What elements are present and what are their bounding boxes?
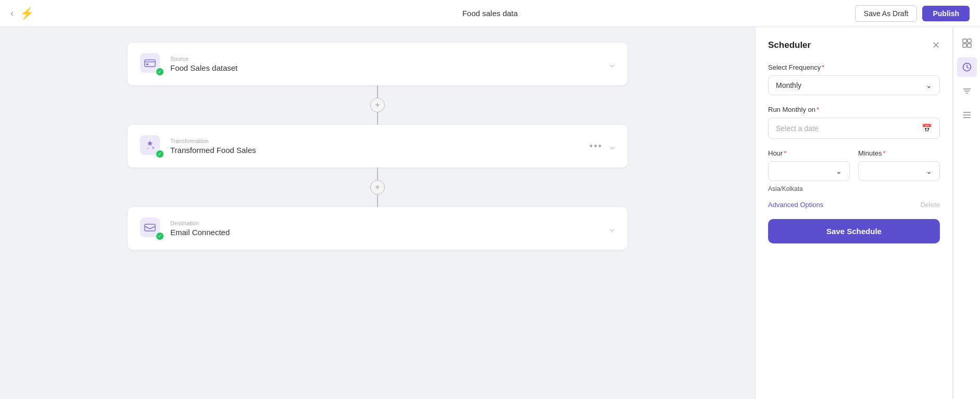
frequency-required: * <box>822 63 824 71</box>
save-draft-button[interactable]: Save As Draft <box>855 5 918 22</box>
destination-icon-wrap: ✓ <box>140 217 162 239</box>
svg-rect-1 <box>146 63 148 65</box>
source-card-name: Food Sales dataset <box>170 63 237 72</box>
connector-1: + <box>128 85 627 125</box>
minutes-chevron-icon: ⌄ <box>926 167 932 175</box>
svg-rect-6 <box>968 39 971 43</box>
transformation-chevron-button[interactable]: ⌵ <box>610 141 615 151</box>
frequency-value: Monthly <box>776 81 801 89</box>
frequency-field: Select Frequency* Monthly ⌄ <box>768 63 940 95</box>
destination-card: ✓ Destination Email Connected ⌵ <box>128 207 627 250</box>
svg-rect-4 <box>145 224 155 231</box>
grid-view-button[interactable] <box>957 33 977 53</box>
frequency-label: Select Frequency* <box>768 63 940 71</box>
scheduler-panel: Scheduler ✕ Select Frequency* Monthly ⌄ … <box>756 27 953 399</box>
connector-line-1 <box>377 85 378 98</box>
hour-required: * <box>784 149 786 157</box>
app-header: ‹ ⚡ Food sales data Save As Draft Publis… <box>0 0 980 27</box>
source-check-badge: ✓ <box>156 68 164 76</box>
destination-card-type: Destination <box>170 220 230 226</box>
header-left: ‹ ⚡ <box>10 7 34 20</box>
hour-dropdown[interactable]: ⌄ <box>768 161 850 181</box>
run-on-label: Run Monthly on* <box>768 106 940 113</box>
frequency-chevron-icon: ⌄ <box>926 81 932 89</box>
timezone-label: Asia/Kolkata <box>768 185 940 192</box>
destination-card-name: Email Connected <box>170 228 230 237</box>
hour-field: Hour* ⌄ <box>768 149 850 181</box>
clock-icon <box>962 62 972 72</box>
minutes-required: * <box>883 149 886 157</box>
minutes-field: Minutes* ⌄ <box>858 149 940 181</box>
transformation-card-info: Transformation Transformed Food Sales <box>170 138 256 155</box>
scheduler-title: Scheduler <box>768 40 811 50</box>
date-placeholder: Select a date <box>776 124 819 133</box>
destination-card-info: Destination Email Connected <box>170 220 230 237</box>
list-button[interactable] <box>957 105 977 125</box>
back-button[interactable]: ‹ <box>10 8 14 19</box>
grid-icon <box>962 38 972 48</box>
run-on-required: * <box>816 106 819 113</box>
connector-line-2b <box>377 195 378 207</box>
connector-2: + <box>128 168 627 207</box>
list-icon <box>962 110 972 120</box>
transformation-dots-button[interactable]: ••• <box>589 141 602 152</box>
svg-rect-7 <box>963 44 966 47</box>
filter-button[interactable] <box>957 81 977 101</box>
source-card-info: Source Food Sales dataset <box>170 56 237 72</box>
publish-button[interactable]: Publish <box>922 6 970 21</box>
source-card-right: ⌵ <box>610 59 615 69</box>
frequency-dropdown[interactable]: Monthly ⌄ <box>768 75 940 95</box>
delete-link[interactable]: Delete <box>920 201 940 209</box>
main-layout: ✓ Source Food Sales dataset ⌵ + <box>0 27 980 399</box>
page-title: Food sales data <box>462 9 518 18</box>
save-schedule-button[interactable]: Save Schedule <box>768 219 940 243</box>
scheduler-close-button[interactable]: ✕ <box>932 40 940 51</box>
pipeline-canvas: ✓ Source Food Sales dataset ⌵ + <box>0 27 755 399</box>
scheduler-sidebar: Scheduler ✕ Select Frequency* Monthly ⌄ … <box>755 27 953 399</box>
header-right: Save As Draft Publish <box>855 5 970 22</box>
icon-bar <box>953 27 980 399</box>
run-on-field: Run Monthly on* Select a date 📅 <box>768 106 940 139</box>
hour-chevron-icon: ⌄ <box>836 167 842 175</box>
svg-point-3 <box>147 148 149 149</box>
destination-card-left: ✓ Destination Email Connected <box>140 217 230 239</box>
back-icon: ‹ <box>10 8 14 19</box>
hour-label: Hour* <box>768 149 850 157</box>
bottom-actions-row: Advanced Options Delete <box>768 201 940 209</box>
advanced-options-link[interactable]: Advanced Options <box>768 201 823 209</box>
minutes-dropdown[interactable]: ⌄ <box>858 161 940 181</box>
clock-button[interactable] <box>957 57 977 77</box>
svg-rect-8 <box>968 44 971 47</box>
transformation-check-badge: ✓ <box>156 150 164 158</box>
svg-rect-5 <box>963 39 966 43</box>
source-card-type: Source <box>170 56 237 62</box>
destination-card-right: ⌵ <box>610 224 615 234</box>
transformation-card-left: ✓ Transformation Transformed Food Sales <box>140 135 256 157</box>
source-icon-wrap: ✓ <box>140 53 162 75</box>
transformation-card-type: Transformation <box>170 138 256 144</box>
svg-rect-0 <box>145 60 155 67</box>
transformation-card-name: Transformed Food Sales <box>170 146 256 155</box>
connector-line-1b <box>377 112 378 125</box>
destination-check-badge: ✓ <box>156 232 164 240</box>
svg-point-2 <box>152 147 154 149</box>
source-chevron-button[interactable]: ⌵ <box>610 59 615 69</box>
date-picker[interactable]: Select a date 📅 <box>768 118 940 139</box>
add-step-button-1[interactable]: + <box>370 98 385 112</box>
calendar-icon: 📅 <box>922 123 932 133</box>
source-card: ✓ Source Food Sales dataset ⌵ <box>128 43 627 85</box>
add-step-button-2[interactable]: + <box>370 180 385 195</box>
transformation-card: ✓ Transformation Transformed Food Sales … <box>128 125 627 168</box>
source-card-left: ✓ Source Food Sales dataset <box>140 53 237 75</box>
scheduler-header: Scheduler ✕ <box>768 40 940 51</box>
bolt-icon: ⚡ <box>20 7 34 20</box>
hour-minutes-row: Hour* ⌄ Minutes* ⌄ <box>768 149 940 181</box>
destination-chevron-button[interactable]: ⌵ <box>610 224 615 234</box>
filter-icon <box>962 86 972 96</box>
transformation-icon-wrap: ✓ <box>140 135 162 157</box>
connector-line-2 <box>377 168 378 180</box>
minutes-label: Minutes* <box>858 149 940 157</box>
transformation-card-right: ••• ⌵ <box>589 141 615 152</box>
